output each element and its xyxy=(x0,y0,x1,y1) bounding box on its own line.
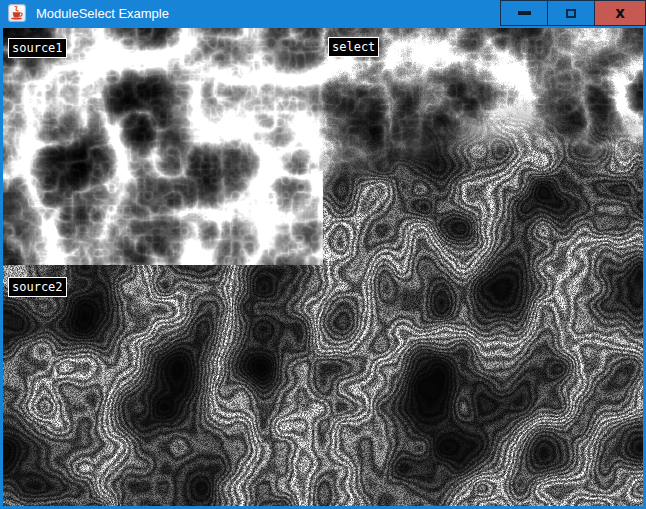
minimize-icon xyxy=(518,11,531,15)
close-button[interactable]: x xyxy=(594,0,646,26)
source2-render-canvas xyxy=(3,265,323,506)
select-label: select xyxy=(328,37,379,57)
minimize-button[interactable] xyxy=(500,0,548,26)
noise-render-area: source1 select source2 xyxy=(3,28,643,506)
source1-render-canvas xyxy=(3,28,323,265)
close-icon: x xyxy=(615,6,625,21)
java-coffee-cup-icon xyxy=(8,4,26,22)
app-window: ModuleSelect Example x source1 select so… xyxy=(0,0,646,509)
source1-label: source1 xyxy=(8,38,67,58)
window-controls: x xyxy=(501,0,646,26)
window-title: ModuleSelect Example xyxy=(36,0,169,28)
source2-label: source2 xyxy=(8,277,67,297)
maximize-button[interactable] xyxy=(547,0,595,26)
maximize-icon xyxy=(566,9,576,18)
title-bar[interactable]: ModuleSelect Example x xyxy=(0,0,646,28)
